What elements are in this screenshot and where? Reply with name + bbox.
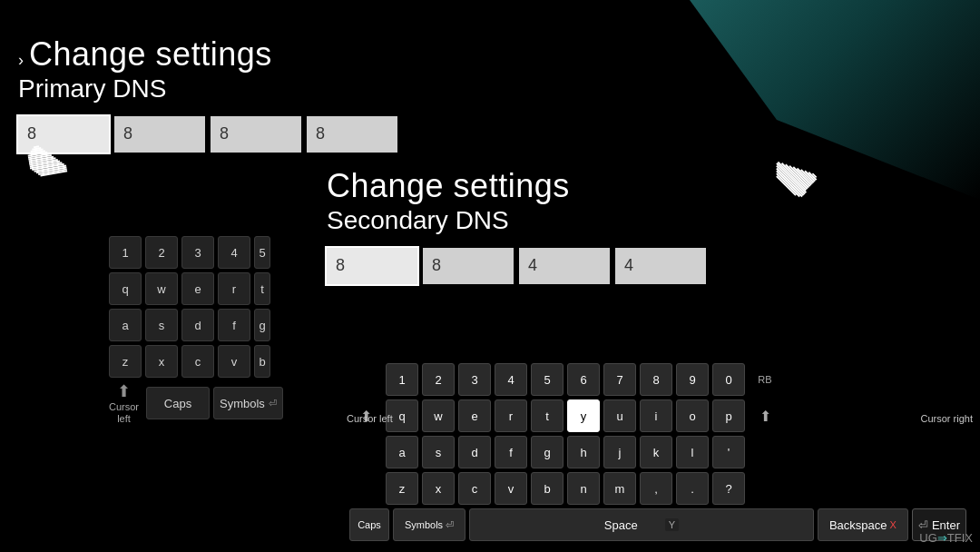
key-d[interactable]: d [181, 309, 214, 341]
caps-key-right[interactable]: Caps [349, 508, 389, 541]
key-rquestion[interactable]: ? [712, 472, 745, 505]
kb-left-bottom-row: ⬆ Cursorleft Caps Symbols ⏎ [109, 381, 283, 425]
key-rb[interactable]: b [531, 472, 564, 505]
cursor-left-label-area: Cursor left [347, 412, 393, 426]
backspace-key[interactable]: Backspace X [818, 508, 908, 541]
key-e[interactable]: e [181, 272, 214, 305]
key-rx[interactable]: x [422, 472, 455, 505]
key-rj[interactable]: j [603, 436, 636, 468]
key-2[interactable]: 2 [145, 236, 178, 269]
symbols-key-left[interactable]: Symbols ⏎ [213, 387, 283, 419]
secondary-dns-field-4[interactable] [615, 248, 706, 284]
key-rr[interactable]: r [495, 399, 527, 432]
key-rcomma[interactable]: , [640, 472, 672, 505]
key-num-3[interactable]: 3 [458, 363, 491, 396]
key-ru[interactable]: u [603, 399, 636, 432]
key-4[interactable]: 4 [218, 236, 250, 269]
key-num-4[interactable]: 4 [495, 363, 527, 396]
cursor-right-kb-icon: ⬆ [749, 408, 781, 425]
key-a[interactable]: a [109, 309, 142, 341]
key-rs[interactable]: s [422, 436, 455, 468]
key-num-5[interactable]: 5 [531, 363, 564, 396]
cursor-right-text: Cursor right [921, 412, 973, 426]
key-b-partial[interactable]: b [254, 345, 270, 378]
key-r[interactable]: r [218, 272, 250, 305]
keyboard-right-panel: 1 2 3 4 5 6 7 8 9 0 RB ⬆ q w e r t y [349, 363, 966, 541]
primary-dns-field-2[interactable] [114, 116, 205, 153]
key-rp[interactable]: p [712, 399, 745, 432]
key-rh[interactable]: h [567, 436, 600, 468]
key-3[interactable]: 3 [181, 236, 214, 269]
secondary-dns-field-2[interactable] [423, 248, 514, 284]
caps-key-left[interactable]: Caps [146, 387, 210, 419]
symbols-key-right[interactable]: Symbols ⏎ [393, 508, 466, 541]
keyboard-right: 1 2 3 4 5 6 7 8 9 0 RB ⬆ q w e r t y [349, 363, 966, 541]
key-rg[interactable]: g [531, 436, 564, 468]
key-rm[interactable]: m [603, 472, 636, 505]
secondary-dns-panel: Change settings Secondary DNS [327, 168, 780, 284]
secondary-dns-field-3[interactable] [519, 248, 610, 284]
key-rv[interactable]: v [495, 472, 527, 505]
key-rperiod[interactable]: . [676, 472, 709, 505]
key-rl[interactable]: l [676, 436, 709, 468]
kb-right-q-row: ⬆ q w e r t y u i o p ⬆ [349, 399, 966, 432]
backspace-label: Backspace [829, 518, 887, 532]
key-1[interactable]: 1 [109, 236, 142, 269]
key-rw[interactable]: w [422, 399, 455, 432]
key-rk[interactable]: k [640, 436, 672, 468]
key-re[interactable]: e [458, 399, 491, 432]
key-rd[interactable]: d [458, 436, 491, 468]
primary-dns-field-3[interactable] [211, 116, 301, 153]
key-rc[interactable]: c [458, 472, 491, 505]
key-rquote[interactable]: ' [712, 436, 745, 468]
primary-dns-fields [18, 116, 472, 153]
key-ra[interactable]: a [386, 436, 418, 468]
primary-panel-subtitle: Primary DNS [18, 74, 472, 104]
watermark: UG⇒TFIX [919, 531, 973, 545]
key-5-partial[interactable]: 5 [254, 236, 270, 269]
key-c[interactable]: c [181, 345, 214, 378]
kb-left-row-2: q w e r t [109, 272, 283, 305]
secondary-dns-field-1[interactable] [327, 248, 417, 284]
key-num-6[interactable]: 6 [567, 363, 600, 396]
space-key[interactable]: Space Y [469, 508, 814, 541]
primary-dns-panel: › Change settings Primary DNS [18, 36, 472, 153]
cursor-left-indicator: ⬆ Cursorleft [109, 381, 139, 425]
key-rz[interactable]: z [386, 472, 418, 505]
key-num-2[interactable]: 2 [422, 363, 455, 396]
key-t-partial[interactable]: t [254, 272, 270, 305]
key-num-0[interactable]: 0 [712, 363, 745, 396]
cursor-left-text: Cursor left [347, 412, 393, 426]
key-q[interactable]: q [109, 272, 142, 305]
key-rn[interactable]: n [567, 472, 600, 505]
key-ry[interactable]: y [567, 399, 600, 432]
key-x[interactable]: x [145, 345, 178, 378]
key-s[interactable]: s [145, 309, 178, 341]
key-ro[interactable]: o [676, 399, 709, 432]
key-w[interactable]: w [145, 272, 178, 305]
watermark-accent: ⇒ [937, 531, 947, 545]
key-z[interactable]: z [109, 345, 142, 378]
kb-right-row-icon-2: RB [749, 374, 781, 385]
key-num-8[interactable]: 8 [640, 363, 672, 396]
enter-icon: ⏎ [918, 518, 928, 532]
key-ri[interactable]: i [640, 399, 672, 432]
space-label: Space [604, 518, 638, 532]
primary-dns-field-4[interactable] [307, 116, 397, 153]
cursor-left-label: Cursorleft [109, 401, 139, 425]
secondary-panel-subtitle: Secondary DNS [327, 206, 780, 235]
key-rf[interactable]: f [495, 436, 527, 468]
enter-label: Enter [932, 518, 960, 532]
cursor-right-icon-arrow: ⬆ [760, 408, 771, 425]
key-num-1[interactable]: 1 [386, 363, 418, 396]
key-num-9[interactable]: 9 [676, 363, 709, 396]
rb-icon: RB [749, 374, 781, 385]
kb-right-number-row: 1 2 3 4 5 6 7 8 9 0 RB [349, 363, 966, 396]
key-f[interactable]: f [218, 309, 250, 341]
key-num-7[interactable]: 7 [603, 363, 636, 396]
key-rt[interactable]: t [531, 399, 564, 432]
key-v[interactable]: v [218, 345, 250, 378]
kb-right-bottom-row: Caps Symbols ⏎ Space Y Backspace X ⏎ Ent… [349, 508, 966, 541]
key-g-partial[interactable]: g [254, 309, 270, 341]
kb-right-a-row: a s d f g h j k l ' [349, 436, 966, 468]
